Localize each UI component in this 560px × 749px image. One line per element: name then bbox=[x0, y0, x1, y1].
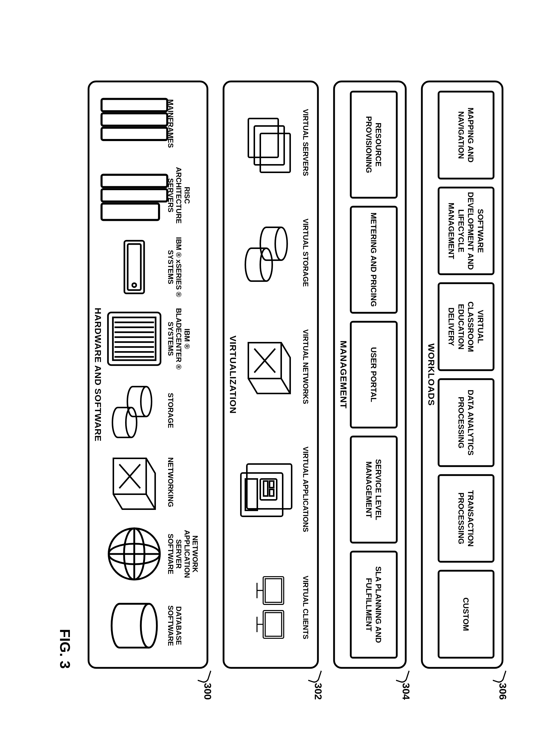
svg-rect-9 bbox=[269, 489, 274, 496]
item-virtual-networks: VIRTUAL NETWORKS bbox=[239, 329, 310, 404]
servers-icon bbox=[239, 109, 299, 175]
box-custom: CUSTOM bbox=[438, 570, 494, 659]
svg-rect-17 bbox=[265, 613, 282, 636]
svg-rect-13 bbox=[265, 579, 282, 602]
hardware-items: MAINFRAMES RISC ARCHITECTURE SERVERS bbox=[104, 90, 199, 659]
label-network-app-server: NETWORK APPLICATION SERVER SOFTWARE bbox=[166, 521, 199, 587]
svg-rect-25 bbox=[101, 204, 159, 220]
item-virtual-clients: VIRTUAL CLIENTS bbox=[239, 575, 310, 640]
globe-icon bbox=[104, 521, 164, 587]
svg-rect-30 bbox=[113, 317, 156, 360]
svg-rect-1 bbox=[254, 126, 284, 165]
management-boxes: RESOURCE PROVISIONING METERING AND PRICI… bbox=[350, 90, 398, 659]
virtualization-items: VIRTUAL SERVERS VIRTUAL STORAGE bbox=[239, 90, 310, 659]
box-virtual-classroom: VIRTUAL CLASSROOM EDUCATION DELIVERY bbox=[438, 282, 494, 371]
svg-rect-8 bbox=[269, 481, 274, 488]
svg-rect-16 bbox=[263, 610, 284, 638]
box-software-dev-lifecycle: SOFTWARE DEVELOPMENT AND LIFECYCLE MANAG… bbox=[438, 187, 494, 275]
svg-point-39 bbox=[141, 386, 152, 416]
label-virtual-applications: VIRTUAL APPLICATIONS bbox=[301, 447, 310, 532]
box-user-portal: USER PORTAL bbox=[350, 321, 398, 429]
label-virtual-servers: VIRTUAL SERVERS bbox=[301, 109, 310, 176]
label-storage: STORAGE bbox=[166, 393, 175, 428]
bladecenter-icon bbox=[104, 306, 164, 371]
box-sla-planning: SLA PLANNING AND FULFILLMENT bbox=[350, 551, 398, 659]
item-virtual-storage: VIRTUAL STORAGE bbox=[239, 218, 310, 286]
applications-icon bbox=[239, 456, 299, 522]
label-networking: NETWORKING bbox=[166, 457, 175, 507]
box-transaction-processing: TRANSACTION PROCESSING bbox=[438, 474, 494, 563]
workloads-boxes: MAPPING AND NAVIGATION SOFTWARE DEVELOPM… bbox=[438, 90, 494, 659]
svg-rect-24 bbox=[101, 189, 167, 201]
item-network-app-server: NETWORK APPLICATION SERVER SOFTWARE bbox=[104, 521, 199, 587]
ref-management: 304 bbox=[400, 683, 412, 700]
label-bladecenter: IBM ® BLADECENTER ® SYSTEMS bbox=[166, 306, 191, 371]
label-virtual-clients: VIRTUAL CLIENTS bbox=[301, 575, 310, 639]
layer-title-virtualization: VIRTUALIZATION bbox=[228, 90, 238, 659]
svg-point-4 bbox=[260, 248, 272, 281]
risc-icon bbox=[104, 162, 164, 228]
svg-rect-12 bbox=[263, 577, 284, 604]
box-data-analytics: DATA ANALYTICS PROCESSING bbox=[438, 378, 494, 467]
label-xseries: IBM ® xSERIES ® SYSTEMS bbox=[166, 234, 183, 300]
svg-rect-10 bbox=[264, 481, 268, 496]
xseries-icon bbox=[104, 234, 164, 300]
networking-icon bbox=[104, 449, 164, 515]
clients-icon bbox=[239, 575, 299, 640]
svg-rect-23 bbox=[101, 174, 167, 187]
layer-management: 304 RESOURCE PROVISIONING METERING AND P… bbox=[333, 80, 406, 669]
storage-icon bbox=[239, 220, 299, 285]
svg-rect-0 bbox=[248, 119, 278, 157]
label-virtual-networks: VIRTUAL NETWORKS bbox=[301, 329, 310, 404]
item-bladecenter: IBM ® BLADECENTER ® SYSTEMS bbox=[104, 306, 191, 371]
layer-title-management: MANAGEMENT bbox=[338, 90, 349, 659]
mainframes-icon bbox=[104, 90, 164, 156]
database-icon bbox=[104, 593, 164, 659]
svg-point-28 bbox=[132, 283, 136, 287]
box-mapping-navigation: MAPPING AND NAVIGATION bbox=[438, 90, 494, 179]
ref-virtualization: 302 bbox=[312, 683, 324, 700]
svg-point-46 bbox=[141, 604, 157, 648]
layer-hardware: 300 MAINFRAMES RISC ARCHITECTURE SERVERS bbox=[88, 80, 208, 669]
label-virtual-storage: VIRTUAL STORAGE bbox=[301, 218, 310, 286]
box-resource-provisioning: RESOURCE PROVISIONING bbox=[350, 90, 398, 198]
item-virtual-servers: VIRTUAL SERVERS bbox=[239, 109, 310, 176]
ref-hardware: 300 bbox=[202, 683, 214, 700]
ref-workloads: 306 bbox=[497, 683, 509, 700]
item-storage: STORAGE bbox=[104, 378, 175, 443]
layer-title-workloads: WORKLOADS bbox=[426, 90, 436, 659]
figure-label: FIG. 3 bbox=[57, 80, 73, 669]
diagram-page: 306 MAPPING AND NAVIGATION SOFTWARE DEVE… bbox=[57, 80, 503, 669]
item-mainframes: MAINFRAMES bbox=[104, 90, 175, 156]
svg-point-3 bbox=[275, 227, 287, 260]
svg-rect-21 bbox=[101, 113, 167, 126]
svg-rect-22 bbox=[101, 128, 167, 140]
svg-rect-20 bbox=[101, 99, 167, 111]
layer-virtualization: 302 VIRTUAL SERVERS VIRTUAL STORAGE bbox=[223, 80, 319, 669]
item-xseries: IBM ® xSERIES ® SYSTEMS bbox=[104, 234, 183, 300]
item-networking: NETWORKING bbox=[104, 449, 175, 515]
box-metering-pricing: METERING AND PRICING bbox=[350, 206, 398, 314]
item-risc-servers: RISC ARCHITECTURE SERVERS bbox=[104, 162, 191, 228]
networks-icon bbox=[239, 334, 299, 399]
layer-workloads: 306 MAPPING AND NAVIGATION SOFTWARE DEVE… bbox=[421, 80, 503, 669]
item-virtual-applications: VIRTUAL APPLICATIONS bbox=[239, 447, 310, 532]
svg-rect-2 bbox=[260, 133, 290, 172]
box-service-level-mgmt: SERVICE LEVEL MANAGEMENT bbox=[350, 435, 398, 543]
label-database-software: DATABASE SOFTWARE bbox=[166, 593, 183, 659]
hw-storage-icon bbox=[104, 378, 164, 443]
svg-point-40 bbox=[126, 407, 136, 437]
item-database-software: DATABASE SOFTWARE bbox=[104, 593, 183, 659]
